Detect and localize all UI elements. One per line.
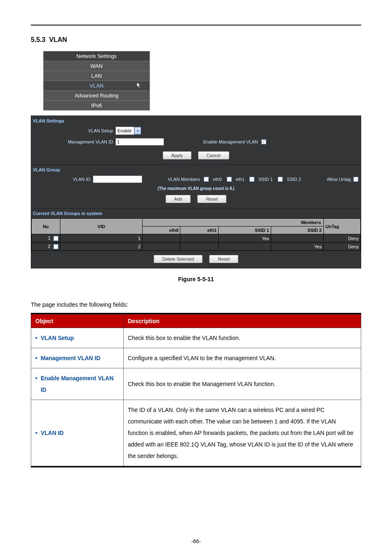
member-eth1-label: eth1: [236, 177, 244, 182]
add-button[interactable]: Add: [166, 195, 191, 203]
vlan-id-label: VLAN ID: [31, 177, 93, 182]
cell-eth1: [180, 234, 218, 243]
description-table: Object Description •VLAN Setup Check thi…: [31, 314, 361, 466]
vlan-group-note: (The maximum VLAN group count is 8.): [31, 186, 361, 191]
nav-menu: Network Settings WAN LAN VLAN Advanced R…: [43, 51, 150, 111]
col-object: Object: [31, 314, 124, 328]
section-number: 5.5.3: [31, 36, 46, 43]
cell-ssid2: [271, 234, 323, 243]
chevron-down-icon[interactable]: ▾: [134, 127, 141, 134]
desc-cell: Configure a specified VLAN to be the man…: [124, 348, 361, 368]
col-description: Description: [124, 314, 361, 328]
reset-groups-button[interactable]: Reset: [209, 255, 238, 263]
col-members: Members: [143, 219, 324, 227]
cell-vid: 2: [60, 243, 143, 251]
desc-cell: Check this box to enable the Management …: [124, 368, 361, 400]
member-ssid2-checkbox[interactable]: [278, 177, 283, 182]
cell-eth1: [180, 243, 218, 251]
panel-title-vlan-settings: VLAN Settings: [31, 116, 361, 125]
table-row: 1 1 Yes Deny: [32, 234, 361, 243]
desc-cell: The ID of a VLAN. Only in the same VLAN …: [124, 400, 361, 466]
nav-item-advanced-routing[interactable]: Advanced Routing: [44, 90, 150, 100]
apply-button[interactable]: Apply: [163, 151, 191, 160]
section-heading: 5.5.3 VLAN: [31, 36, 361, 44]
allow-untag-label: Allow Untag: [327, 177, 351, 182]
object-cell: •VLAN ID: [31, 400, 124, 466]
nav-item-vlan[interactable]: VLAN: [44, 81, 150, 90]
vlan-setup-value: Enable: [117, 128, 133, 133]
member-eth1-checkbox[interactable]: [227, 177, 232, 182]
vlan-settings-panel: VLAN Settings VLAN Setup Enable ▾ Manage…: [31, 116, 361, 165]
member-eth0-label: eth0: [213, 177, 221, 182]
mgmt-vlan-id-input[interactable]: [115, 138, 164, 146]
nav-item-label: Advanced Routing: [75, 92, 118, 99]
col-untag: UnTag: [324, 219, 361, 234]
cell-vid: 1: [60, 234, 143, 243]
nav-header: Network Settings: [44, 51, 150, 61]
reset-button[interactable]: Reset: [197, 195, 226, 203]
member-ssid1-label: SSID 1: [258, 177, 273, 182]
vlan-members-label: VLAN Members: [168, 177, 200, 182]
col-vid: VID: [60, 219, 143, 234]
row-select-checkbox[interactable]: [53, 244, 58, 249]
row-select-checkbox[interactable]: [53, 236, 58, 241]
table-row: 2 2 Yes Deny: [32, 243, 361, 251]
col-ssid1: SSID 1: [218, 227, 271, 234]
current-vlan-groups-panel: Current VLAN Groups in system No VID Mem…: [31, 208, 361, 268]
cell-no: 2: [48, 244, 51, 249]
figure-caption: Figure 5-5-11: [31, 276, 361, 282]
nav-item-label: WAN: [90, 63, 103, 69]
cell-no: 1: [48, 236, 51, 240]
mgmt-vlan-id-label: Management VLAN ID: [31, 139, 115, 144]
cell-ssid1: [218, 243, 271, 251]
desc-cell: Check this box to enable the VLAN functi…: [124, 328, 361, 348]
col-no: No: [32, 219, 60, 234]
cell-eth0: [143, 243, 180, 251]
panel-title-vlan-group: VLAN Group: [31, 165, 361, 174]
allow-untag-checkbox[interactable]: [353, 177, 358, 182]
cell-eth0: [143, 234, 180, 243]
vlan-setup-label: VLAN Setup: [31, 128, 115, 133]
object-cell: •Enable Management VLAN ID: [31, 368, 124, 400]
member-ssid1-checkbox[interactable]: [249, 177, 254, 182]
nav-item-label: VLAN: [90, 83, 104, 89]
nav-item-lan[interactable]: LAN: [44, 71, 150, 81]
page-number: -66-: [0, 538, 392, 544]
cell-untag: Deny: [324, 234, 361, 243]
vlan-setup-select[interactable]: Enable: [115, 127, 134, 135]
col-eth1: eth1: [180, 227, 218, 234]
nav-item-ipv6[interactable]: IPv6: [44, 100, 150, 110]
cell-ssid1: Yes: [218, 234, 271, 243]
nav-item-label: IPv6: [91, 102, 102, 109]
cell-untag: Deny: [324, 243, 361, 251]
nav-item-wan[interactable]: WAN: [44, 61, 150, 71]
object-cell: •Management VLAN ID: [31, 348, 124, 368]
vlan-group-panel: VLAN Group VLAN ID VLAN Members eth0 eth…: [31, 165, 361, 208]
delete-selected-button[interactable]: Delete Selected: [154, 255, 203, 263]
member-eth0-checkbox[interactable]: [204, 177, 209, 182]
panel-title-current-groups: Current VLAN Groups in system: [31, 208, 361, 217]
vlan-id-input[interactable]: [93, 176, 142, 183]
nav-item-label: LAN: [91, 73, 101, 79]
col-eth0: eth0: [143, 227, 180, 234]
object-cell: •VLAN Setup: [31, 328, 124, 348]
cancel-button[interactable]: Cancel: [198, 151, 229, 160]
enable-mgmt-vlan-label: Enable Management VLAN: [203, 139, 258, 144]
intro-paragraph: The page includes the following fields:: [31, 301, 361, 308]
section-title: VLAN: [49, 36, 67, 43]
cell-ssid2: Yes: [271, 243, 323, 251]
member-ssid2-label: SSID 2: [287, 177, 301, 182]
current-vlan-groups-table: No VID Members UnTag eth0 eth1 SSID 1 SS…: [31, 218, 361, 251]
enable-mgmt-vlan-checkbox[interactable]: ✓: [261, 139, 266, 144]
col-ssid2: SSID 2: [271, 227, 323, 234]
